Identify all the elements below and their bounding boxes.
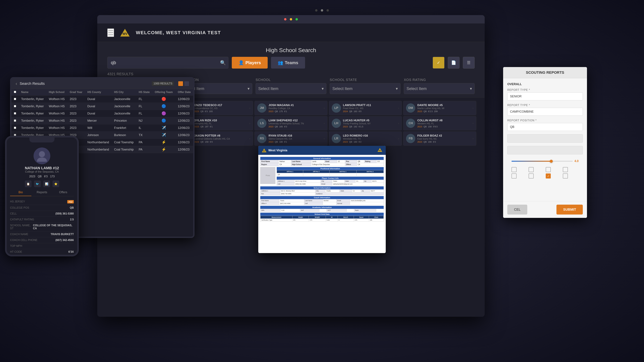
- checkbox-6[interactable]: [528, 173, 534, 178]
- minimize-dot[interactable]: [290, 18, 292, 20]
- phone-action-1[interactable]: 📋: [25, 180, 32, 187]
- row-hs-2: Wolfson HS: [46, 110, 67, 117]
- scouting-input-extra-1[interactable]: [507, 134, 583, 143]
- row-city-6: Coal Township: [112, 139, 136, 146]
- scouting-value-report-type-2[interactable]: CAMP/COMBINE: [507, 108, 583, 116]
- document-view-btn[interactable]: 📄: [448, 57, 460, 68]
- phone-tab-bio[interactable]: Bio: [10, 189, 31, 196]
- phone-tab-reports[interactable]: Reports: [31, 189, 53, 196]
- arrow-leo-romero: ›: [398, 137, 399, 140]
- player-card-dante-moore[interactable]: DM DANTE MOORE #5 Martin Luther King HS,…: [403, 101, 476, 115]
- row-check-4[interactable]: [14, 127, 16, 129]
- scouting-cancel-button[interactable]: CEL: [507, 205, 527, 215]
- players-tab-button[interactable]: 👤 Players: [232, 57, 268, 68]
- checkbox-7[interactable]: ✓: [546, 173, 551, 178]
- dot-3: [326, 9, 329, 11]
- row-checkbox-0[interactable]: [12, 95, 18, 103]
- search-input[interactable]: [107, 57, 228, 68]
- tcr-school-zip-label: Zip: [361, 190, 370, 192]
- player-card-collin-hurst[interactable]: CH COLLIN HURST #8 Western HS, FL 2023 Q…: [403, 116, 476, 130]
- tcr-cell-offers: CA: [357, 163, 384, 166]
- svg-text:WV: WV: [379, 150, 381, 151]
- phone-action-4[interactable]: ⭐: [52, 180, 59, 187]
- tablet-table-row[interactable]: Tomberlin, Ryker Wolfson HS 2023 Duval J…: [12, 95, 193, 103]
- maximize-dot[interactable]: [296, 18, 298, 20]
- filter-xos-rating-select[interactable]: Select Item ▾: [404, 83, 474, 94]
- phone-label-college-pos: COLLEGE POS: [10, 206, 29, 209]
- player-card-lucas-hunter[interactable]: LH LUCAS HUNTER #5 Trinity-Pawling Schoo…: [329, 116, 402, 130]
- checkbox-8[interactable]: [563, 173, 568, 178]
- tablet-table-row[interactable]: Tomberlin, Ryker Wolfson HS 2023 Duval J…: [12, 110, 193, 117]
- tablet-filter-icon[interactable]: [178, 81, 183, 86]
- row-checkbox-4[interactable]: [12, 124, 18, 132]
- scouting-value-report-position[interactable]: QB: [507, 123, 583, 131]
- row-check-3[interactable]: [14, 119, 16, 122]
- checkbox-5[interactable]: [512, 173, 516, 178]
- tablet-table-row[interactable]: Tomberlin, Ryker Wolfson HS 2023 Mercer …: [12, 117, 193, 124]
- row-checkbox-3[interactable]: [12, 117, 18, 124]
- phone-field-coach-name: COACH NAME TRAVIS BURKETT: [10, 231, 74, 237]
- col-hs-city: HS City: [112, 89, 136, 95]
- tablet-table-row[interactable]: Tomberlin, Ryker Wolfson HS 2023 Will Fr…: [12, 124, 193, 132]
- tcr-player-photo: Photo: [260, 167, 276, 184]
- phone-action-3[interactable]: 📊: [43, 180, 50, 187]
- row-grad-4: 2023: [67, 124, 85, 132]
- phone-stat-year: 2023: [29, 175, 35, 178]
- row-check-2[interactable]: [14, 112, 16, 114]
- phone-tab-offers[interactable]: Offers: [52, 189, 74, 196]
- teams-tab-button[interactable]: 👥 Teams: [271, 57, 305, 68]
- row-city-5: Burleson: [112, 132, 136, 139]
- row-county-0: Duval: [85, 95, 112, 103]
- checkmark-view-btn[interactable]: ✓: [433, 57, 444, 68]
- player-card-folger-boaz[interactable]: FB FOLGER BOAZ #2 East Surry HS, NC 2023…: [403, 131, 476, 146]
- row-logo-5: ✈️: [152, 132, 175, 139]
- tcr-academic-header: Academic Information: [260, 206, 384, 209]
- filter-xos-rating: XOS RATING Select Item ▾: [404, 78, 474, 94]
- search-button[interactable]: 🔍: [220, 60, 226, 65]
- player-card-liam-shepherd[interactable]: LS LIAM SHEPHERD #12 University of Memph…: [254, 116, 328, 130]
- scouting-input-extra-2[interactable]: [507, 146, 583, 154]
- arrow-ryan-staub: ›: [324, 137, 324, 140]
- row-check-1[interactable]: [14, 105, 16, 107]
- player-card-ryan-staub[interactable]: RS RYAN STAUB #16 Sierra Canyon HS, CA 2…: [254, 131, 328, 146]
- tcr-measurables-table: Measurement Height Weight 40 Bench Squat…: [260, 216, 384, 222]
- menu-button[interactable]: ☰: [107, 28, 114, 37]
- top-dots: [315, 9, 329, 11]
- phone-action-2[interactable]: 🐦: [34, 180, 41, 187]
- tcr-cell-hs: College of the Sequoias: [311, 163, 345, 166]
- list-view-btn[interactable]: ☰: [463, 57, 474, 68]
- tablet-edit-icon[interactable]: [184, 81, 189, 86]
- checkbox-4[interactable]: [563, 167, 568, 172]
- tcr-school-table: Address 1 915 S. Mooney Blvd City Visali…: [260, 189, 384, 195]
- scouting-value-report-type-1[interactable]: SENIOR: [507, 92, 583, 100]
- tablet-table-row[interactable]: Tomberlin, Ryker Wolfson HS 2023 Duval J…: [12, 103, 193, 110]
- avatar-collin-hurst: CH: [406, 119, 415, 128]
- player-card-josh-magana[interactable]: JM JOSH MAGANA #1 Reedley College, CA 20…: [254, 101, 328, 115]
- tcr-weight-label: Weight: [309, 216, 326, 219]
- avatar-leo-romero: LR: [332, 134, 341, 143]
- row-logo-3: 🔵: [152, 117, 175, 124]
- player-card-lawson-pratt[interactable]: LP LAWSON PRATT #11 Pearl River CC, MS 2…: [329, 101, 402, 115]
- tablet-back-button[interactable]: ‹: [16, 81, 17, 86]
- tcr-school-zip: 93277: [370, 190, 384, 192]
- row-logo-7: ⚡: [152, 146, 175, 153]
- filter-school-select[interactable]: Select Item ▾: [256, 83, 326, 94]
- arrow-josh-magana: ›: [324, 107, 324, 110]
- scouting-submit-button[interactable]: SUBMIT: [556, 205, 583, 215]
- range-thumb[interactable]: [550, 160, 553, 163]
- player-card-leo-romero[interactable]: LR LEO ROMERO #16 Westlake HS, TX 2023 Q…: [329, 131, 402, 146]
- row-checkbox-1[interactable]: [12, 103, 18, 110]
- row-logo-4: ✈️: [152, 124, 175, 132]
- select-all-checkbox[interactable]: [14, 91, 16, 93]
- filter-school-state-select[interactable]: Select Item ▾: [330, 83, 400, 94]
- row-check-0[interactable]: [14, 98, 16, 100]
- checkbox-1[interactable]: [512, 167, 516, 172]
- close-dot[interactable]: [284, 18, 286, 20]
- checkbox-2[interactable]: [528, 167, 534, 172]
- phone-value-catapult: 2.5: [70, 218, 74, 221]
- tcr-document-title: TCR Player Summary: [319, 148, 346, 151]
- row-checkbox-2[interactable]: [12, 110, 18, 117]
- row-logo-6: ⚡: [152, 139, 175, 146]
- checkbox-3[interactable]: [546, 167, 551, 172]
- arrow-folger-boaz: ›: [472, 137, 474, 140]
